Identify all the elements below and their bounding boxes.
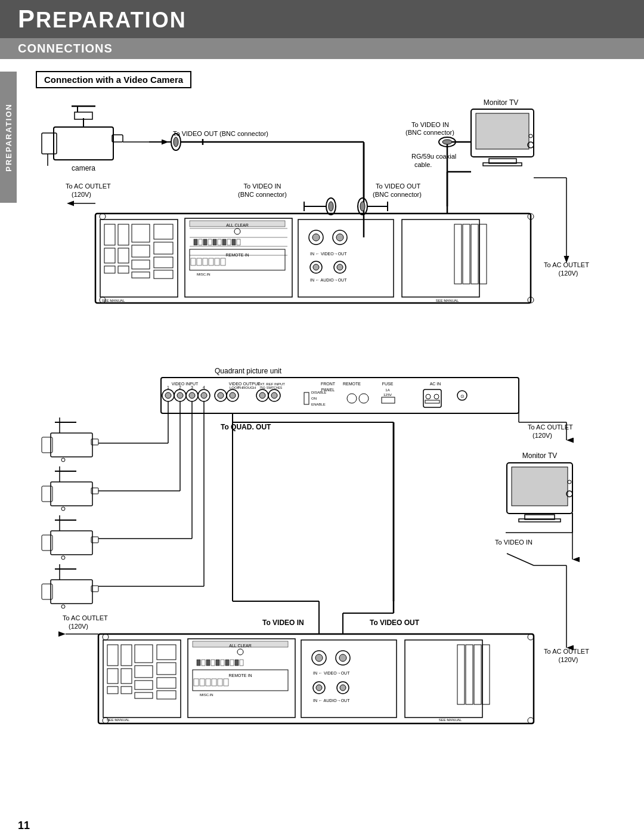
fuse-label: FUSE bbox=[382, 382, 394, 386]
video-input-label: VIDEO INPUT bbox=[172, 382, 199, 386]
ac-outlet-top-right-label2: (120V) bbox=[532, 432, 552, 439]
remote-in-label: REMOTE IN bbox=[226, 253, 249, 257]
svg-rect-84 bbox=[221, 258, 225, 265]
svg-rect-48 bbox=[118, 266, 129, 273]
svg-rect-216 bbox=[218, 679, 222, 686]
svg-point-67 bbox=[234, 228, 240, 234]
audio-in-out-label2: IN ← AUDIO→OUT bbox=[313, 698, 350, 703]
svg-rect-51 bbox=[132, 260, 150, 269]
diagram1-svg: Monitor TV bbox=[30, 94, 614, 345]
input1-label: 1 bbox=[167, 385, 169, 389]
svg-rect-70 bbox=[203, 239, 207, 245]
main-device-2: ALL CLEAR REMOTE IN bbox=[98, 634, 534, 723]
on-label: ON bbox=[311, 397, 317, 400]
monitor-tv-label: Monitor TV bbox=[484, 98, 518, 107]
quadrant-device: VIDEO INPUT 1 2 3 4 VIDEO OUTPUT bbox=[161, 378, 519, 413]
svg-line-239 bbox=[507, 553, 534, 565]
svg-rect-73 bbox=[218, 239, 221, 245]
see-manual-label2: SEE MANUAL bbox=[436, 299, 459, 302]
svg-rect-56 bbox=[154, 270, 173, 279]
svg-point-117 bbox=[347, 394, 357, 403]
svg-rect-186 bbox=[135, 645, 153, 663]
svg-point-32 bbox=[360, 202, 365, 211]
cam1 bbox=[42, 401, 168, 462]
svg-rect-192 bbox=[157, 678, 176, 688]
svg-rect-54 bbox=[154, 242, 173, 254]
remote-in-label2: REMOTE IN bbox=[229, 673, 252, 678]
svg-rect-230 bbox=[474, 645, 481, 704]
svg-rect-171 bbox=[519, 519, 561, 522]
svg-rect-205 bbox=[216, 660, 219, 666]
svg-rect-201 bbox=[197, 660, 200, 666]
to-video-in-right-label: To VIDEO IN bbox=[495, 539, 532, 546]
svg-rect-204 bbox=[211, 660, 215, 666]
svg-rect-128 bbox=[51, 433, 92, 457]
section-title: CONNECTIONS bbox=[18, 42, 626, 55]
svg-rect-82 bbox=[209, 258, 213, 265]
rg-coaxial-label2: cable. bbox=[414, 161, 432, 168]
cam2 bbox=[42, 401, 180, 511]
subsection-title: Connection with a Video Camera bbox=[44, 75, 183, 85]
switches-label: SWITCHES bbox=[267, 386, 283, 389]
svg-rect-3 bbox=[483, 163, 522, 166]
svg-rect-180 bbox=[107, 645, 118, 666]
svg-rect-119 bbox=[382, 397, 395, 403]
to-video-in-top-label: To VIDEO IN bbox=[411, 121, 449, 128]
page-title: PREPARATION bbox=[18, 5, 626, 33]
svg-rect-178 bbox=[98, 634, 534, 723]
svg-rect-203 bbox=[206, 660, 210, 666]
svg-point-5 bbox=[529, 134, 532, 138]
svg-rect-83 bbox=[215, 258, 219, 265]
through-label: THROUGH bbox=[238, 386, 256, 389]
page-number: 11 bbox=[18, 820, 30, 832]
svg-rect-42 bbox=[100, 219, 178, 297]
svg-point-196 bbox=[528, 634, 534, 640]
svg-rect-184 bbox=[121, 669, 132, 684]
svg-rect-202 bbox=[202, 660, 205, 666]
input3-label: 3 bbox=[191, 385, 193, 389]
svg-rect-74 bbox=[222, 239, 226, 245]
svg-rect-53 bbox=[154, 224, 173, 239]
svg-rect-68 bbox=[194, 239, 197, 245]
svg-point-173 bbox=[568, 480, 571, 484]
svg-rect-179 bbox=[103, 640, 181, 718]
dc-label: ⊙ bbox=[460, 394, 465, 399]
svg-point-226 bbox=[340, 685, 346, 691]
svg-rect-94 bbox=[402, 219, 479, 297]
remote-label2: REMOTE bbox=[343, 382, 361, 386]
svg-rect-81 bbox=[203, 258, 208, 265]
svg-point-118 bbox=[359, 394, 369, 403]
svg-point-25 bbox=[442, 140, 452, 144]
svg-rect-52 bbox=[132, 272, 150, 278]
front-panel-label: FRONT bbox=[321, 382, 336, 386]
svg-rect-76 bbox=[232, 239, 236, 245]
input2-label: 2 bbox=[179, 385, 181, 389]
to-video-out-bottom-label: To VIDEO OUT bbox=[370, 619, 420, 627]
svg-point-105 bbox=[189, 392, 195, 398]
ac-outlet-right-label: To AC OUTLET bbox=[544, 261, 589, 268]
svg-rect-213 bbox=[200, 679, 205, 686]
svg-point-101 bbox=[165, 392, 171, 398]
svg-rect-55 bbox=[154, 257, 173, 268]
monitor-tv-bottom-label: Monitor TV bbox=[522, 452, 557, 460]
video-in-out-label: IN ← VIDEO→OUT bbox=[310, 252, 347, 256]
misc-in-label: MISC.IN bbox=[197, 273, 210, 276]
all-clear-label2: ALL CLEAR bbox=[229, 644, 251, 648]
main-device-1: ALL CLEAR REMOTE IN bbox=[95, 214, 534, 303]
svg-rect-207 bbox=[225, 660, 229, 666]
to-video-out-label: To VIDEO OUT (BNC connector) bbox=[173, 130, 268, 137]
svg-point-91 bbox=[313, 264, 319, 270]
svg-rect-80 bbox=[197, 258, 202, 265]
svg-rect-50 bbox=[132, 245, 150, 257]
svg-rect-96 bbox=[463, 224, 470, 284]
svg-point-134 bbox=[61, 458, 65, 462]
to-video-in-bottom-label: To VIDEO IN bbox=[244, 183, 281, 190]
ac-outlet-left-label: To AC OUTLET bbox=[66, 183, 111, 190]
svg-rect-208 bbox=[230, 660, 234, 666]
to-video-in-bottom-label2: To VIDEO IN bbox=[262, 619, 304, 627]
ohm-label: 75Ω bbox=[259, 386, 265, 389]
svg-rect-217 bbox=[224, 679, 228, 686]
svg-rect-61 bbox=[185, 218, 292, 297]
see-manual-label4: SEE MANUAL bbox=[439, 718, 462, 722]
svg-point-121 bbox=[426, 394, 431, 399]
